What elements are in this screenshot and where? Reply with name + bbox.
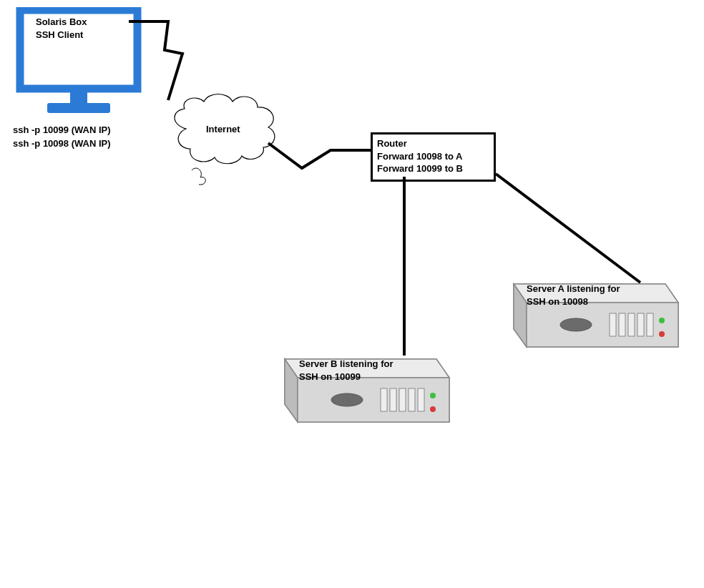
svg-rect-9 bbox=[628, 313, 635, 336]
client-title-1: Solaris Box bbox=[36, 16, 87, 29]
router-rule-1: Forward 10098 to A bbox=[377, 150, 488, 163]
svg-rect-14 bbox=[298, 378, 449, 422]
cloud-icon bbox=[165, 86, 293, 197]
server-a-label: Server A listening for SSH on 10098 bbox=[527, 283, 620, 308]
server-a-line1: Server A listening for bbox=[527, 283, 620, 295]
client-title-2: SSH Client bbox=[36, 29, 87, 41]
svg-rect-10 bbox=[637, 313, 644, 336]
router-title: Router bbox=[377, 137, 488, 150]
svg-rect-8 bbox=[619, 313, 625, 336]
router-box: Router Forward 10098 to A Forward 10099 … bbox=[371, 132, 496, 182]
svg-rect-1 bbox=[70, 89, 87, 103]
server-b-line1: Server B listening for bbox=[299, 358, 393, 371]
connector-router-server-b bbox=[401, 177, 408, 356]
svg-point-22 bbox=[430, 406, 436, 412]
internet-cloud bbox=[165, 86, 293, 199]
svg-line-4 bbox=[496, 174, 640, 283]
ssh-command-1: ssh -p 10099 (WAN IP) bbox=[13, 124, 111, 137]
svg-rect-11 bbox=[647, 313, 653, 336]
svg-rect-18 bbox=[399, 388, 406, 411]
svg-point-13 bbox=[659, 331, 665, 337]
svg-rect-19 bbox=[409, 388, 415, 411]
svg-rect-20 bbox=[418, 388, 424, 411]
svg-point-6 bbox=[560, 318, 592, 331]
svg-rect-5 bbox=[527, 303, 678, 347]
svg-point-15 bbox=[331, 393, 363, 406]
client-commands: ssh -p 10099 (WAN IP) ssh -p 10098 (WAN … bbox=[13, 124, 111, 151]
server-b-label: Server B listening for SSH on 10099 bbox=[299, 358, 393, 383]
svg-rect-17 bbox=[390, 388, 396, 411]
client-labels: Solaris Box SSH Client bbox=[36, 16, 87, 41]
svg-rect-7 bbox=[610, 313, 616, 336]
server-a-line2: SSH on 10098 bbox=[527, 295, 620, 308]
server-b-line2: SSH on 10099 bbox=[299, 371, 393, 383]
svg-rect-2 bbox=[47, 103, 110, 113]
internet-label: Internet bbox=[206, 124, 240, 134]
router-rule-2: Forward 10099 to B bbox=[377, 162, 488, 175]
ssh-command-2: ssh -p 10098 (WAN IP) bbox=[13, 137, 111, 151]
svg-point-12 bbox=[659, 318, 665, 323]
svg-rect-16 bbox=[381, 388, 387, 411]
svg-point-21 bbox=[430, 393, 436, 398]
